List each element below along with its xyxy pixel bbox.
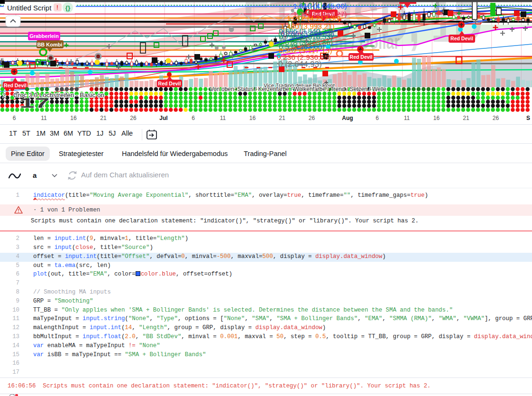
- svg-text:Untitled Script: Untitled Script: [7, 4, 52, 12]
- svg-text:0 (2.644,93): 0 (2.644,93): [278, 60, 322, 69]
- svg-text:1,618 (4.645,00): 1,618 (4.645,00): [293, 2, 347, 10]
- svg-text:BB Kombi: BB Kombi: [37, 42, 62, 47]
- svg-text:Red Devil: Red Devil: [350, 54, 373, 60]
- svg-text:Von oben: Status / Kerzenfarbe: Von oben: Status / Kerzenfarbe / Wolkenf…: [210, 86, 386, 92]
- svg-text:Red Devil: Red Devil: [158, 81, 181, 86]
- svg-text:2: 2: [2, 92, 6, 99]
- svg-text:Croc 3.0 Lochstreifen - Basic: Croc 3.0 Lochstreifen - Basic on: [13, 92, 104, 99]
- svg-text:Red Devil: Red Devil: [450, 36, 473, 41]
- svg-text:Grabberlein: Grabberlein: [29, 33, 59, 39]
- svg-text:!: !: [56, 4, 58, 11]
- svg-text:{}: {}: [65, 4, 71, 11]
- svg-text:1,272 (4.217,30): 1,272 (4.217,30): [287, 14, 341, 22]
